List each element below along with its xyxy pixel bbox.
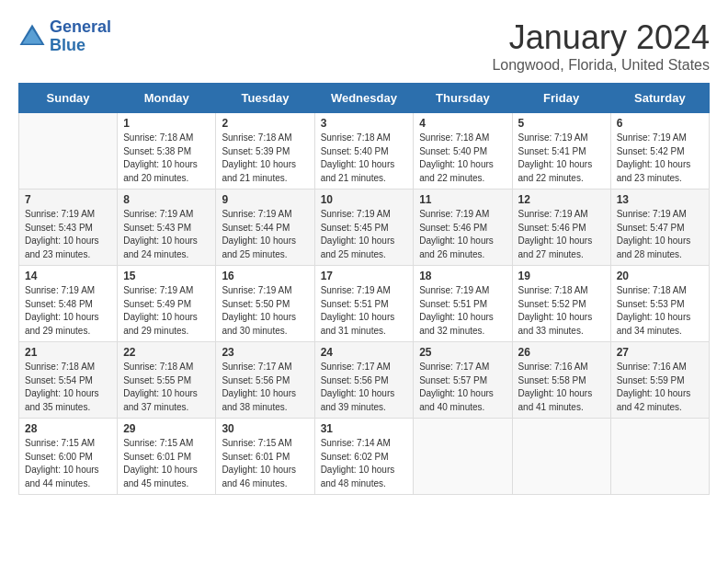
day-number: 7	[25, 193, 111, 206]
day-detail: Sunrise: 7:17 AMSunset: 5:56 PMDaylight:…	[321, 361, 408, 414]
month-title: January 2024	[492, 18, 710, 57]
day-detail: Sunrise: 7:18 AMSunset: 5:38 PMDaylight:…	[123, 132, 210, 185]
day-detail: Sunrise: 7:19 AMSunset: 5:42 PMDaylight:…	[617, 132, 703, 185]
day-detail: Sunrise: 7:19 AMSunset: 5:43 PMDaylight:…	[25, 208, 111, 261]
page-header: General Blue January 2024 Longwood, Flor…	[18, 18, 710, 74]
day-detail: Sunrise: 7:19 AMSunset: 5:44 PMDaylight:…	[222, 208, 308, 261]
weekday-header-wednesday: Wednesday	[314, 84, 414, 113]
location-title: Longwood, Florida, United States	[492, 57, 710, 74]
calendar-day-cell: 13Sunrise: 7:19 AMSunset: 5:47 PMDayligh…	[610, 190, 709, 266]
calendar-week-row: 14Sunrise: 7:19 AMSunset: 5:48 PMDayligh…	[19, 266, 710, 342]
calendar-day-cell: 6Sunrise: 7:19 AMSunset: 5:42 PMDaylight…	[610, 113, 709, 190]
calendar-day-cell: 11Sunrise: 7:19 AMSunset: 5:46 PMDayligh…	[414, 190, 512, 266]
day-detail: Sunrise: 7:19 AMSunset: 5:43 PMDaylight:…	[123, 208, 210, 261]
weekday-header-row: SundayMondayTuesdayWednesdayThursdayFrid…	[19, 84, 710, 113]
day-number: 10	[321, 193, 408, 206]
weekday-header-thursday: Thursday	[414, 84, 512, 113]
day-number: 26	[518, 346, 605, 359]
day-detail: Sunrise: 7:19 AMSunset: 5:49 PMDaylight:…	[123, 284, 210, 338]
day-number: 28	[25, 422, 111, 435]
day-detail: Sunrise: 7:19 AMSunset: 5:47 PMDaylight:…	[617, 208, 703, 261]
calendar-day-cell: 26Sunrise: 7:16 AMSunset: 5:58 PMDayligh…	[512, 342, 610, 419]
day-number: 22	[123, 346, 210, 359]
day-number: 2	[222, 117, 308, 130]
calendar-day-cell: 10Sunrise: 7:19 AMSunset: 5:45 PMDayligh…	[314, 190, 414, 266]
calendar-day-cell: 2Sunrise: 7:18 AMSunset: 5:39 PMDaylight…	[216, 113, 314, 190]
day-detail: Sunrise: 7:18 AMSunset: 5:55 PMDaylight:…	[123, 361, 210, 414]
weekday-header-monday: Monday	[118, 84, 216, 113]
calendar-day-cell: 24Sunrise: 7:17 AMSunset: 5:56 PMDayligh…	[314, 342, 414, 419]
calendar-day-cell: 27Sunrise: 7:16 AMSunset: 5:59 PMDayligh…	[610, 342, 709, 419]
calendar-day-cell: 23Sunrise: 7:17 AMSunset: 5:56 PMDayligh…	[216, 342, 314, 419]
calendar-day-cell: 21Sunrise: 7:18 AMSunset: 5:54 PMDayligh…	[19, 342, 118, 419]
calendar-day-cell: 9Sunrise: 7:19 AMSunset: 5:44 PMDaylight…	[216, 190, 314, 266]
weekday-header-friday: Friday	[512, 84, 610, 113]
calendar-day-cell: 16Sunrise: 7:19 AMSunset: 5:50 PMDayligh…	[216, 266, 314, 342]
calendar-day-cell: 17Sunrise: 7:19 AMSunset: 5:51 PMDayligh…	[314, 266, 414, 342]
calendar-day-cell: 5Sunrise: 7:19 AMSunset: 5:41 PMDaylight…	[512, 113, 610, 190]
calendar-day-cell: 25Sunrise: 7:17 AMSunset: 5:57 PMDayligh…	[414, 342, 512, 419]
day-detail: Sunrise: 7:19 AMSunset: 5:51 PMDaylight:…	[321, 284, 408, 338]
calendar-day-cell: 7Sunrise: 7:19 AMSunset: 5:43 PMDaylight…	[19, 190, 118, 266]
day-number: 21	[25, 346, 111, 359]
day-detail: Sunrise: 7:18 AMSunset: 5:53 PMDaylight:…	[617, 284, 703, 338]
calendar-day-cell	[512, 419, 610, 495]
day-number: 11	[419, 193, 506, 206]
day-number: 20	[617, 270, 703, 282]
calendar-day-cell: 12Sunrise: 7:19 AMSunset: 5:46 PMDayligh…	[512, 190, 610, 266]
day-number: 4	[419, 117, 506, 130]
day-detail: Sunrise: 7:18 AMSunset: 5:52 PMDaylight:…	[518, 284, 605, 338]
day-number: 6	[617, 117, 703, 130]
day-number: 8	[123, 193, 210, 206]
calendar-day-cell: 20Sunrise: 7:18 AMSunset: 5:53 PMDayligh…	[610, 266, 709, 342]
day-detail: Sunrise: 7:15 AMSunset: 6:01 PMDaylight:…	[123, 437, 210, 490]
day-number: 19	[518, 270, 605, 282]
calendar-table: SundayMondayTuesdayWednesdayThursdayFrid…	[18, 83, 710, 495]
calendar-week-row: 28Sunrise: 7:15 AMSunset: 6:00 PMDayligh…	[19, 419, 710, 495]
calendar-day-cell	[414, 419, 512, 495]
calendar-week-row: 7Sunrise: 7:19 AMSunset: 5:43 PMDaylight…	[19, 190, 710, 266]
calendar-day-cell: 18Sunrise: 7:19 AMSunset: 5:51 PMDayligh…	[414, 266, 512, 342]
day-detail: Sunrise: 7:18 AMSunset: 5:40 PMDaylight:…	[419, 132, 506, 185]
calendar-day-cell: 19Sunrise: 7:18 AMSunset: 5:52 PMDayligh…	[512, 266, 610, 342]
day-number: 15	[123, 270, 210, 282]
calendar-day-cell: 3Sunrise: 7:18 AMSunset: 5:40 PMDaylight…	[314, 113, 414, 190]
day-number: 14	[25, 270, 111, 282]
day-number: 18	[419, 270, 506, 282]
calendar-day-cell: 31Sunrise: 7:14 AMSunset: 6:02 PMDayligh…	[314, 419, 414, 495]
day-detail: Sunrise: 7:14 AMSunset: 6:02 PMDaylight:…	[321, 437, 408, 490]
day-detail: Sunrise: 7:17 AMSunset: 5:57 PMDaylight:…	[419, 361, 506, 414]
weekday-header-saturday: Saturday	[610, 84, 709, 113]
day-number: 3	[321, 117, 408, 130]
day-number: 5	[518, 117, 605, 130]
day-detail: Sunrise: 7:16 AMSunset: 5:59 PMDaylight:…	[617, 361, 703, 414]
weekday-header-sunday: Sunday	[19, 84, 118, 113]
calendar-day-cell: 29Sunrise: 7:15 AMSunset: 6:01 PMDayligh…	[118, 419, 216, 495]
calendar-week-row: 21Sunrise: 7:18 AMSunset: 5:54 PMDayligh…	[19, 342, 710, 419]
day-detail: Sunrise: 7:18 AMSunset: 5:39 PMDaylight:…	[222, 132, 308, 185]
calendar-day-cell: 4Sunrise: 7:18 AMSunset: 5:40 PMDaylight…	[414, 113, 512, 190]
day-number: 16	[222, 270, 308, 282]
day-detail: Sunrise: 7:19 AMSunset: 5:51 PMDaylight:…	[419, 284, 506, 338]
day-detail: Sunrise: 7:18 AMSunset: 5:40 PMDaylight:…	[321, 132, 408, 185]
calendar-day-cell	[610, 419, 709, 495]
day-number: 13	[617, 193, 703, 206]
weekday-header-tuesday: Tuesday	[216, 84, 314, 113]
day-detail: Sunrise: 7:19 AMSunset: 5:41 PMDaylight:…	[518, 132, 605, 185]
day-detail: Sunrise: 7:19 AMSunset: 5:46 PMDaylight:…	[419, 208, 506, 261]
day-number: 1	[123, 117, 210, 130]
day-detail: Sunrise: 7:19 AMSunset: 5:48 PMDaylight:…	[25, 284, 111, 338]
day-detail: Sunrise: 7:17 AMSunset: 5:56 PMDaylight:…	[222, 361, 308, 414]
day-number: 25	[419, 346, 506, 359]
logo-icon	[18, 23, 46, 51]
calendar-week-row: 1Sunrise: 7:18 AMSunset: 5:38 PMDaylight…	[19, 113, 710, 190]
day-detail: Sunrise: 7:19 AMSunset: 5:46 PMDaylight:…	[518, 208, 605, 261]
calendar-day-cell	[19, 113, 118, 190]
calendar-body: 1Sunrise: 7:18 AMSunset: 5:38 PMDaylight…	[19, 113, 710, 495]
day-number: 29	[123, 422, 210, 435]
day-detail: Sunrise: 7:19 AMSunset: 5:50 PMDaylight:…	[222, 284, 308, 338]
calendar-day-cell: 14Sunrise: 7:19 AMSunset: 5:48 PMDayligh…	[19, 266, 118, 342]
day-number: 31	[321, 422, 408, 435]
day-number: 17	[321, 270, 408, 282]
day-detail: Sunrise: 7:15 AMSunset: 6:01 PMDaylight:…	[222, 437, 308, 490]
